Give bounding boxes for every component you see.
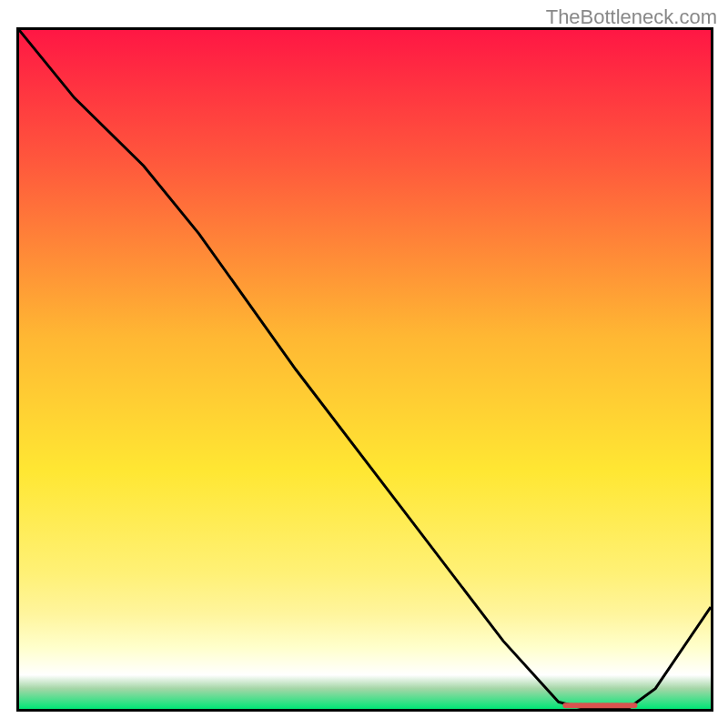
gradient-background: [19, 30, 711, 709]
chart-svg: [19, 30, 711, 709]
watermark-text: TheBottleneck.com: [546, 5, 717, 29]
plot-inner: [19, 30, 711, 709]
plot-area: [16, 27, 713, 712]
chart-container: TheBottleneck.com: [0, 0, 728, 728]
